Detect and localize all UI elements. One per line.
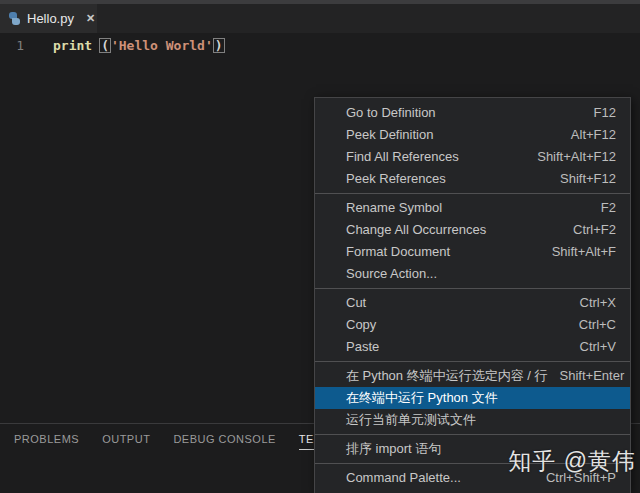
menu-item-go-to-definition[interactable]: Go to DefinitionF12 [315,102,630,124]
menu-item-shortcut: Shift+F12 [560,168,616,190]
token-open-paren: ( [99,38,111,53]
menu-item-label: Find All References [346,146,459,168]
menu-item-label: Copy [346,314,376,336]
menu-item-shortcut: Shift+Alt+F [552,241,616,263]
menu-item-cut[interactable]: CutCtrl+X [315,292,630,314]
menu-item-label: Source Action... [346,263,437,285]
watermark: 知乎 @黄伟 [508,446,636,477]
menu-item-label: 在终端中运行 Python 文件 [346,387,498,409]
panel-tab-output[interactable]: OUTPUT [102,433,150,450]
menu-item-paste[interactable]: PasteCtrl+V [315,336,630,358]
code-text: print ( 'Hello World' ) [53,38,225,53]
menu-item-shortcut: F12 [594,102,616,124]
menu-item-shortcut: Shift+Alt+F12 [537,146,616,168]
menu-item-label: 在 Python 终端中运行选定内容 / 行 [346,365,548,387]
menu-item-shortcut: Ctrl+C [579,314,616,336]
menu-item-rename-symbol[interactable]: Rename SymbolF2 [315,197,630,219]
menu-item-shortcut: Ctrl+F2 [573,219,616,241]
menu-item-run-python-file-in-terminal[interactable]: 在终端中运行 Python 文件 [315,387,630,409]
menu-item-label: Command Palette... [346,467,461,489]
menu-item-copy[interactable]: CopyCtrl+C [315,314,630,336]
menu-item-format-document[interactable]: Format DocumentShift+Alt+F [315,241,630,263]
menu-item-shortcut: F2 [601,197,616,219]
token-close-paren: ) [213,38,225,53]
menu-separator [315,193,630,194]
menu-item-shortcut: Ctrl+X [580,292,616,314]
menu-separator [315,361,630,362]
menu-item-run-current-unit-test-file[interactable]: 运行当前单元测试文件 [315,409,630,431]
menu-item-label: 排序 import 语句 [346,438,441,460]
editor-tab-bar: Hello.py ✕ [0,4,640,33]
menu-item-label: Change All Occurrences [346,219,486,241]
python-file-icon [8,12,21,25]
tab-label: Hello.py [27,11,74,26]
token-print: print [53,38,92,53]
menu-item-label: Paste [346,336,379,358]
panel-tab-debug-console[interactable]: DEBUG CONSOLE [173,433,275,450]
menu-separator [315,434,630,435]
token-string: 'Hello World' [111,38,213,53]
menu-item-find-all-references[interactable]: Find All ReferencesShift+Alt+F12 [315,146,630,168]
menu-item-label: 运行当前单元测试文件 [346,409,476,431]
menu-item-source-action[interactable]: Source Action... [315,263,630,285]
menu-item-change-all-occurrences[interactable]: Change All OccurrencesCtrl+F2 [315,219,630,241]
code-line: 1 print ( 'Hello World' ) [0,36,640,55]
menu-item-shortcut: Ctrl+V [580,336,616,358]
menu-item-label: Cut [346,292,366,314]
menu-item-label: Format Document [346,241,450,263]
menu-item-run-selection-in-python-terminal[interactable]: 在 Python 终端中运行选定内容 / 行Shift+Enter [315,365,630,387]
panel-tab-problems[interactable]: PROBLEMS [14,433,79,450]
menu-item-label: Rename Symbol [346,197,442,219]
menu-item-shortcut: Shift+Enter [560,365,625,387]
menu-item-peek-definition[interactable]: Peek DefinitionAlt+F12 [315,124,630,146]
menu-item-shortcut: Alt+F12 [571,124,616,146]
menu-item-label: Go to Definition [346,102,436,124]
context-menu: Go to DefinitionF12Peek DefinitionAlt+F1… [314,97,631,493]
menu-item-label: Peek Definition [346,124,433,146]
line-number: 1 [0,38,24,53]
menu-item-label: Peek References [346,168,446,190]
menu-item-peek-references[interactable]: Peek ReferencesShift+F12 [315,168,630,190]
vscode-window: Hello.py ✕ 1 print ( 'Hello World' ) PRO… [0,0,640,493]
tab-hello-py[interactable]: Hello.py ✕ [0,4,97,33]
menu-separator [315,288,630,289]
close-tab-icon[interactable]: ✕ [86,12,95,25]
